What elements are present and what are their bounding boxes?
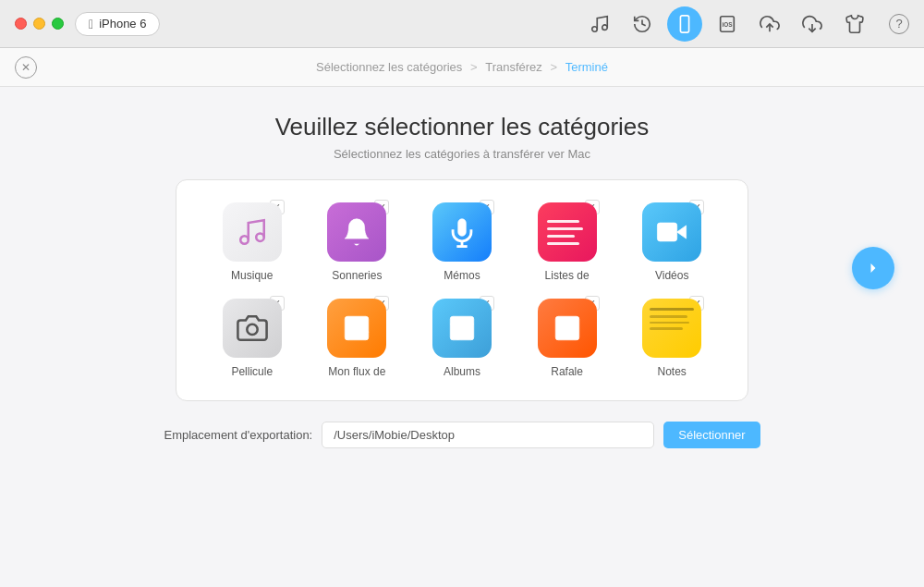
category-icon-wrapper-music: ✓ xyxy=(223,202,282,262)
nav-icons: iOS xyxy=(582,6,872,42)
category-label-videos: Vidéos xyxy=(655,269,688,282)
svg-rect-2 xyxy=(680,15,688,31)
category-item-notes[interactable]: ✓ Notes xyxy=(624,299,720,378)
category-icon-albums xyxy=(432,299,492,358)
category-item-photostream[interactable]: ✓Mon flux de xyxy=(310,299,406,378)
svg-point-8 xyxy=(240,236,249,244)
breadcrumb-sep2: > xyxy=(550,60,560,74)
svg-point-16 xyxy=(350,322,354,325)
breadcrumb: Sélectionnez les catégories > Transférez… xyxy=(316,60,608,74)
nav-ios-button[interactable]: iOS xyxy=(710,6,745,42)
svg-point-9 xyxy=(256,233,264,240)
export-path-input[interactable] xyxy=(322,422,654,448)
category-icon-videos xyxy=(642,202,701,262)
category-label-music: Musique xyxy=(231,269,273,282)
nav-backup-button[interactable] xyxy=(625,6,660,42)
breadcrumb-bar: ✕ Sélectionnez les catégories > Transfér… xyxy=(0,48,924,87)
nav-music-button[interactable] xyxy=(582,6,617,42)
nav-cloud-download-button[interactable] xyxy=(795,6,830,42)
close-circle-button[interactable]: ✕ xyxy=(15,56,37,79)
minimize-button[interactable] xyxy=(33,18,45,30)
category-label-camera: Pellicule xyxy=(231,365,273,378)
category-icon-wrapper-videos: ✓ xyxy=(642,202,701,262)
svg-rect-13 xyxy=(658,223,677,241)
category-item-lists[interactable]: ✓ Listes de xyxy=(519,202,615,282)
category-icon-photostream xyxy=(327,299,386,358)
svg-text:iOS: iOS xyxy=(723,20,734,27)
category-icon-wrapper-albums: ✓ xyxy=(432,299,492,358)
category-label-lists: Listes de xyxy=(545,269,590,282)
svg-point-14 xyxy=(247,324,257,335)
category-icon-music xyxy=(223,202,282,262)
category-icon-burst xyxy=(538,299,597,358)
breadcrumb-step1: Sélectionnez les catégories xyxy=(316,60,462,74)
categories-container: ✓Musique✓Sonneries✓Mémos✓ Listes de✓Vidé… xyxy=(176,179,748,401)
select-folder-button[interactable]: Sélectionner xyxy=(663,422,760,448)
category-label-memos: Mémos xyxy=(444,269,480,282)
category-label-notes: Notes xyxy=(658,365,687,378)
page-title: Veuillez sélectionner les catégories xyxy=(275,113,650,141)
category-item-memos[interactable]: ✓Mémos xyxy=(414,202,510,282)
category-item-music[interactable]: ✓Musique xyxy=(204,202,300,282)
breadcrumb-step3: Terminé xyxy=(565,60,608,74)
apple-icon:  xyxy=(89,17,93,31)
category-icon-camera xyxy=(223,299,282,358)
help-button[interactable]: ? xyxy=(889,14,909,34)
device-label[interactable]:  iPhone 6 xyxy=(75,12,160,36)
category-icon-wrapper-burst: ✓ xyxy=(538,299,597,358)
main-content: Veuillez sélectionner les catégories Sél… xyxy=(0,87,924,467)
category-item-albums[interactable]: ✓Albums xyxy=(414,299,510,378)
category-icon-ringtones xyxy=(327,202,386,262)
svg-rect-17 xyxy=(450,316,474,340)
svg-marker-12 xyxy=(677,226,687,238)
window-controls xyxy=(15,18,64,30)
category-label-burst: Rafale xyxy=(551,365,583,378)
category-item-camera[interactable]: ✓Pellicule xyxy=(204,299,300,378)
title-bar:  iPhone 6 xyxy=(0,0,924,48)
category-icon-wrapper-lists: ✓ xyxy=(538,202,597,262)
nav-cloud-upload-button[interactable] xyxy=(752,6,787,42)
category-icon-memos xyxy=(432,202,492,262)
export-label: Emplacement d'exportation: xyxy=(164,428,312,442)
svg-point-0 xyxy=(592,26,598,31)
svg-point-1 xyxy=(602,24,608,29)
breadcrumb-sep1: > xyxy=(470,60,480,74)
nav-toolkit-button[interactable] xyxy=(837,6,872,42)
category-label-albums: Albums xyxy=(444,365,480,378)
categories-grid: ✓Musique✓Sonneries✓Mémos✓ Listes de✓Vidé… xyxy=(204,202,720,378)
page-subtitle: Sélectionnez les catégories à transférer… xyxy=(334,147,590,161)
maximize-button[interactable] xyxy=(52,18,64,30)
next-arrow-button[interactable] xyxy=(852,247,894,289)
category-item-burst[interactable]: ✓Rafale xyxy=(519,299,615,378)
nav-device-button[interactable] xyxy=(667,6,702,42)
category-icon-notes xyxy=(642,299,701,358)
category-label-photostream: Mon flux de xyxy=(328,365,385,378)
category-icon-wrapper-memos: ✓ xyxy=(432,202,492,262)
category-item-videos[interactable]: ✓Vidéos xyxy=(624,202,720,282)
category-icon-wrapper-camera: ✓ xyxy=(223,299,282,358)
svg-point-21 xyxy=(562,323,572,333)
category-icon-wrapper-notes: ✓ xyxy=(642,299,701,358)
category-item-ringtones[interactable]: ✓Sonneries xyxy=(310,202,406,282)
category-icon-wrapper-photostream: ✓ xyxy=(327,299,386,358)
close-button[interactable] xyxy=(15,18,27,30)
breadcrumb-step2: Transférez xyxy=(485,60,542,74)
category-icon-lists xyxy=(538,202,597,262)
device-name: iPhone 6 xyxy=(99,17,146,31)
category-label-ringtones: Sonneries xyxy=(332,269,382,282)
export-bar: Emplacement d'exportation: Sélectionner xyxy=(164,422,760,448)
category-icon-wrapper-ringtones: ✓ xyxy=(327,202,386,262)
